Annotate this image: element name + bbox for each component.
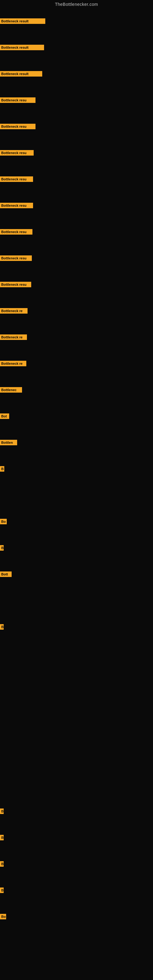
bar-row-3: Bottleneck result [0, 71, 42, 76]
bottleneck-result-label-26: B [0, 888, 4, 893]
bar-row-20: B [0, 545, 4, 550]
bottleneck-result-label-19: Bo [0, 519, 7, 524]
bottleneck-result-label-23: B [0, 808, 4, 814]
bar-row-7: Bottleneck resu [0, 177, 33, 182]
bar-row-22: B [0, 624, 4, 630]
bottleneck-result-label-4: Bottleneck resu [0, 97, 35, 103]
bottleneck-result-label-14: Bottleneck re [0, 361, 26, 366]
bar-row-12: Bottleneck re [0, 308, 27, 313]
bar-row-2: Bottleneck result [0, 45, 44, 50]
bottleneck-result-label-21: Bott [0, 571, 12, 577]
bar-row-26: B [0, 888, 4, 893]
bar-row-16: Bot [0, 414, 9, 419]
bar-row-27: Bo [0, 914, 6, 920]
bar-row-21: Bott [0, 571, 12, 577]
bottleneck-result-label-24: B [0, 835, 4, 840]
bar-row-25: B [0, 861, 4, 867]
bar-row-15: Bottlenec [0, 387, 22, 393]
bottleneck-result-label-10: Bottleneck resu [0, 255, 32, 261]
bottleneck-result-label-7: Bottleneck resu [0, 177, 33, 182]
bar-row-14: Bottleneck re [0, 361, 26, 366]
bar-row-19: Bo [0, 519, 7, 524]
bottleneck-result-label-3: Bottleneck result [0, 71, 42, 76]
bottleneck-result-label-6: Bottleneck resu [0, 150, 33, 156]
bottleneck-result-label-16: Bot [0, 414, 9, 419]
bottleneck-result-label-1: Bottleneck result [0, 18, 45, 24]
bottleneck-result-label-2: Bottleneck result [0, 45, 44, 50]
bar-row-10: Bottleneck resu [0, 255, 32, 261]
bottleneck-result-label-9: Bottleneck resu [0, 229, 32, 235]
bar-row-9: Bottleneck resu [0, 229, 32, 235]
bar-row-5: Bottleneck resu [0, 124, 35, 129]
bar-row-18: B [0, 466, 4, 472]
bar-row-6: Bottleneck resu [0, 150, 33, 156]
bar-row-17: Bottlen [0, 440, 17, 445]
bar-row-11: Bottleneck resu [0, 282, 31, 287]
bottleneck-result-label-11: Bottleneck resu [0, 282, 31, 287]
bottleneck-result-label-8: Bottleneck resu [0, 203, 33, 208]
bottleneck-result-label-25: B [0, 861, 4, 867]
bottleneck-result-label-12: Bottleneck re [0, 308, 27, 313]
bar-row-1: Bottleneck result [0, 18, 45, 24]
bar-row-23: B [0, 808, 4, 814]
bottleneck-result-label-20: B [0, 545, 4, 550]
bottleneck-result-label-13: Bottleneck re [0, 334, 27, 340]
bar-row-24: B [0, 835, 4, 840]
bottleneck-result-label-5: Bottleneck resu [0, 124, 35, 129]
bottleneck-result-label-15: Bottlenec [0, 387, 22, 393]
bar-row-13: Bottleneck re [0, 334, 27, 340]
bottleneck-result-label-18: B [0, 466, 4, 472]
bar-row-4: Bottleneck resu [0, 97, 35, 103]
bar-row-8: Bottleneck resu [0, 203, 33, 208]
bottleneck-result-label-17: Bottlen [0, 440, 17, 445]
bottleneck-result-label-27: Bo [0, 914, 6, 920]
site-title: TheBottlenecker.com [0, 0, 153, 8]
bottleneck-result-label-22: B [0, 624, 4, 630]
